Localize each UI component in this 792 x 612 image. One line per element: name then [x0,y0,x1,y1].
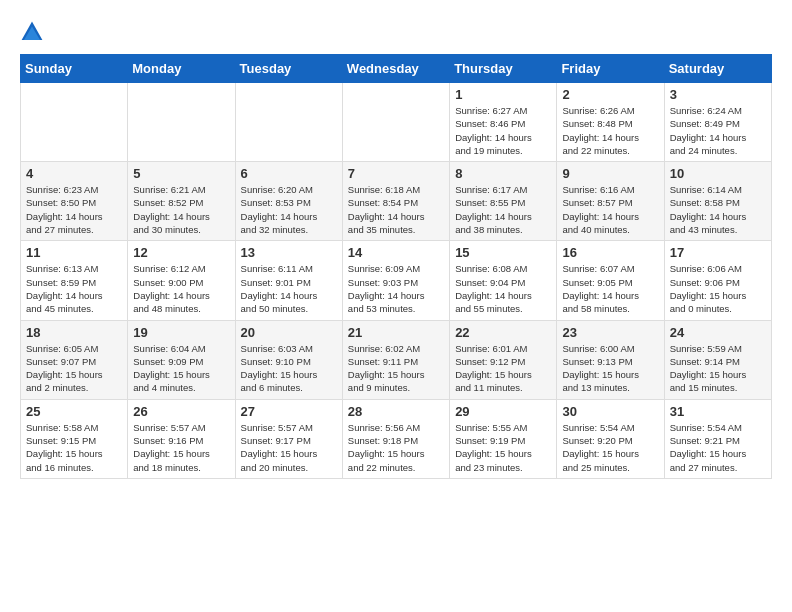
calendar-cell: 3Sunrise: 6:24 AM Sunset: 8:49 PM Daylig… [664,83,771,162]
calendar-cell: 15Sunrise: 6:08 AM Sunset: 9:04 PM Dayli… [450,241,557,320]
day-number: 7 [348,166,444,181]
calendar-cell: 11Sunrise: 6:13 AM Sunset: 8:59 PM Dayli… [21,241,128,320]
day-info: Sunrise: 5:57 AM Sunset: 9:17 PM Dayligh… [241,421,337,474]
day-info: Sunrise: 6:04 AM Sunset: 9:09 PM Dayligh… [133,342,229,395]
calendar-cell: 7Sunrise: 6:18 AM Sunset: 8:54 PM Daylig… [342,162,449,241]
calendar-cell [342,83,449,162]
day-number: 5 [133,166,229,181]
day-info: Sunrise: 6:05 AM Sunset: 9:07 PM Dayligh… [26,342,122,395]
calendar-cell: 21Sunrise: 6:02 AM Sunset: 9:11 PM Dayli… [342,320,449,399]
logo-icon [20,20,44,44]
day-number: 30 [562,404,658,419]
calendar-cell: 25Sunrise: 5:58 AM Sunset: 9:15 PM Dayli… [21,399,128,478]
day-number: 6 [241,166,337,181]
day-info: Sunrise: 6:17 AM Sunset: 8:55 PM Dayligh… [455,183,551,236]
day-number: 17 [670,245,766,260]
day-number: 15 [455,245,551,260]
calendar-cell [235,83,342,162]
day-number: 1 [455,87,551,102]
day-info: Sunrise: 6:01 AM Sunset: 9:12 PM Dayligh… [455,342,551,395]
calendar-header-monday: Monday [128,55,235,83]
calendar-week-row: 4Sunrise: 6:23 AM Sunset: 8:50 PM Daylig… [21,162,772,241]
day-info: Sunrise: 6:08 AM Sunset: 9:04 PM Dayligh… [455,262,551,315]
day-info: Sunrise: 6:11 AM Sunset: 9:01 PM Dayligh… [241,262,337,315]
day-info: Sunrise: 5:56 AM Sunset: 9:18 PM Dayligh… [348,421,444,474]
day-number: 12 [133,245,229,260]
day-info: Sunrise: 6:09 AM Sunset: 9:03 PM Dayligh… [348,262,444,315]
calendar-cell: 1Sunrise: 6:27 AM Sunset: 8:46 PM Daylig… [450,83,557,162]
day-number: 8 [455,166,551,181]
calendar-week-row: 25Sunrise: 5:58 AM Sunset: 9:15 PM Dayli… [21,399,772,478]
calendar-table: SundayMondayTuesdayWednesdayThursdayFrid… [20,54,772,479]
calendar-header-friday: Friday [557,55,664,83]
day-info: Sunrise: 6:00 AM Sunset: 9:13 PM Dayligh… [562,342,658,395]
day-number: 29 [455,404,551,419]
day-number: 14 [348,245,444,260]
day-number: 16 [562,245,658,260]
calendar-cell: 24Sunrise: 5:59 AM Sunset: 9:14 PM Dayli… [664,320,771,399]
calendar-cell [128,83,235,162]
calendar-cell: 23Sunrise: 6:00 AM Sunset: 9:13 PM Dayli… [557,320,664,399]
day-number: 26 [133,404,229,419]
day-number: 4 [26,166,122,181]
day-number: 18 [26,325,122,340]
day-info: Sunrise: 6:20 AM Sunset: 8:53 PM Dayligh… [241,183,337,236]
day-info: Sunrise: 6:14 AM Sunset: 8:58 PM Dayligh… [670,183,766,236]
calendar-cell: 4Sunrise: 6:23 AM Sunset: 8:50 PM Daylig… [21,162,128,241]
day-number: 22 [455,325,551,340]
day-number: 20 [241,325,337,340]
day-info: Sunrise: 5:54 AM Sunset: 9:21 PM Dayligh… [670,421,766,474]
day-info: Sunrise: 6:24 AM Sunset: 8:49 PM Dayligh… [670,104,766,157]
calendar-cell: 27Sunrise: 5:57 AM Sunset: 9:17 PM Dayli… [235,399,342,478]
day-info: Sunrise: 6:27 AM Sunset: 8:46 PM Dayligh… [455,104,551,157]
day-info: Sunrise: 5:58 AM Sunset: 9:15 PM Dayligh… [26,421,122,474]
day-number: 19 [133,325,229,340]
calendar-cell: 9Sunrise: 6:16 AM Sunset: 8:57 PM Daylig… [557,162,664,241]
calendar-cell: 28Sunrise: 5:56 AM Sunset: 9:18 PM Dayli… [342,399,449,478]
calendar-cell [21,83,128,162]
calendar-cell: 19Sunrise: 6:04 AM Sunset: 9:09 PM Dayli… [128,320,235,399]
calendar-week-row: 18Sunrise: 6:05 AM Sunset: 9:07 PM Dayli… [21,320,772,399]
day-info: Sunrise: 6:12 AM Sunset: 9:00 PM Dayligh… [133,262,229,315]
day-number: 3 [670,87,766,102]
day-number: 28 [348,404,444,419]
day-info: Sunrise: 6:07 AM Sunset: 9:05 PM Dayligh… [562,262,658,315]
day-info: Sunrise: 5:55 AM Sunset: 9:19 PM Dayligh… [455,421,551,474]
calendar-cell: 29Sunrise: 5:55 AM Sunset: 9:19 PM Dayli… [450,399,557,478]
calendar-header-tuesday: Tuesday [235,55,342,83]
calendar-cell: 12Sunrise: 6:12 AM Sunset: 9:00 PM Dayli… [128,241,235,320]
page: SundayMondayTuesdayWednesdayThursdayFrid… [0,0,792,489]
day-number: 25 [26,404,122,419]
header [20,20,772,44]
calendar-cell: 16Sunrise: 6:07 AM Sunset: 9:05 PM Dayli… [557,241,664,320]
calendar-cell: 26Sunrise: 5:57 AM Sunset: 9:16 PM Dayli… [128,399,235,478]
day-info: Sunrise: 6:03 AM Sunset: 9:10 PM Dayligh… [241,342,337,395]
day-number: 23 [562,325,658,340]
day-info: Sunrise: 6:06 AM Sunset: 9:06 PM Dayligh… [670,262,766,315]
calendar-header-thursday: Thursday [450,55,557,83]
day-info: Sunrise: 6:18 AM Sunset: 8:54 PM Dayligh… [348,183,444,236]
calendar-cell: 31Sunrise: 5:54 AM Sunset: 9:21 PM Dayli… [664,399,771,478]
calendar-cell: 14Sunrise: 6:09 AM Sunset: 9:03 PM Dayli… [342,241,449,320]
calendar-header-wednesday: Wednesday [342,55,449,83]
calendar-cell: 22Sunrise: 6:01 AM Sunset: 9:12 PM Dayli… [450,320,557,399]
day-info: Sunrise: 6:13 AM Sunset: 8:59 PM Dayligh… [26,262,122,315]
calendar-cell: 18Sunrise: 6:05 AM Sunset: 9:07 PM Dayli… [21,320,128,399]
day-info: Sunrise: 5:57 AM Sunset: 9:16 PM Dayligh… [133,421,229,474]
calendar-cell: 10Sunrise: 6:14 AM Sunset: 8:58 PM Dayli… [664,162,771,241]
calendar-cell: 17Sunrise: 6:06 AM Sunset: 9:06 PM Dayli… [664,241,771,320]
calendar-week-row: 1Sunrise: 6:27 AM Sunset: 8:46 PM Daylig… [21,83,772,162]
day-number: 10 [670,166,766,181]
calendar-cell: 20Sunrise: 6:03 AM Sunset: 9:10 PM Dayli… [235,320,342,399]
calendar-header-saturday: Saturday [664,55,771,83]
day-number: 21 [348,325,444,340]
calendar-header-row: SundayMondayTuesdayWednesdayThursdayFrid… [21,55,772,83]
day-info: Sunrise: 6:21 AM Sunset: 8:52 PM Dayligh… [133,183,229,236]
day-number: 31 [670,404,766,419]
calendar-cell: 6Sunrise: 6:20 AM Sunset: 8:53 PM Daylig… [235,162,342,241]
calendar-cell: 2Sunrise: 6:26 AM Sunset: 8:48 PM Daylig… [557,83,664,162]
day-info: Sunrise: 6:23 AM Sunset: 8:50 PM Dayligh… [26,183,122,236]
calendar-cell: 5Sunrise: 6:21 AM Sunset: 8:52 PM Daylig… [128,162,235,241]
day-info: Sunrise: 5:59 AM Sunset: 9:14 PM Dayligh… [670,342,766,395]
calendar-cell: 8Sunrise: 6:17 AM Sunset: 8:55 PM Daylig… [450,162,557,241]
